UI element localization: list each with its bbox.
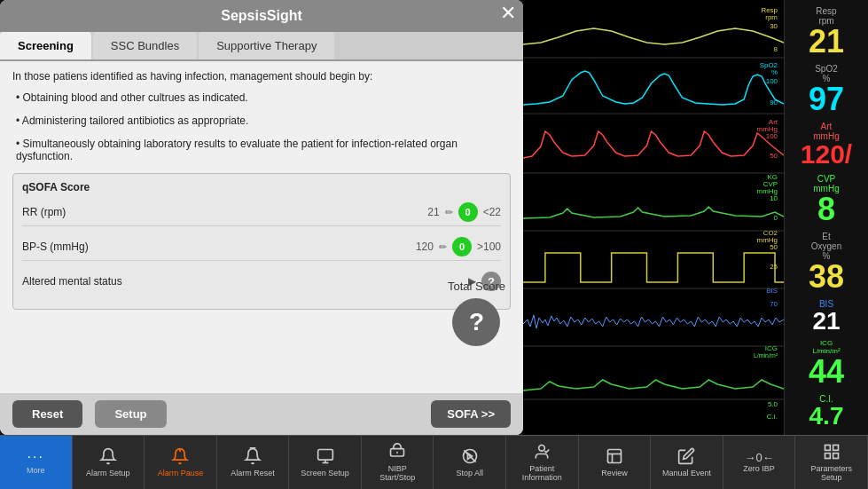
vitals-panel: Resprpm 21 SpO2% 97 ArtmmHg 120/ CVPmmHg… [785, 0, 868, 435]
sofa-button[interactable]: SOFA >> [431, 400, 511, 428]
toolbar-parameters-setup-button[interactable]: ParametersSetup [795, 436, 868, 489]
svg-text:ICG: ICG [765, 344, 778, 352]
zero-ibp-label: Zero IBP [743, 465, 775, 474]
dialog-item-2: • Administering tailored antibiotics as … [12, 114, 511, 127]
svg-text:50: 50 [770, 152, 778, 160]
toolbar-zero-ibp-button[interactable]: →0← Zero IBP [723, 436, 796, 489]
toolbar-manual-event-button[interactable]: Manual Event [651, 436, 723, 489]
toolbar-screen-setup-button[interactable]: Screen Setup [289, 436, 362, 489]
score-badge-bps: 0 [452, 237, 472, 256]
bottom-toolbar: ··· More Alarm Setup Alarm Pause [0, 435, 868, 489]
tab-screening[interactable]: Screening [0, 32, 91, 59]
more-icon: ··· [27, 449, 44, 465]
screen-setup-icon [317, 447, 334, 468]
svg-rect-56 [833, 453, 838, 458]
vital-spo2: SpO2% 97 [786, 64, 866, 115]
svg-text:10: 10 [770, 194, 778, 202]
review-label: Review [601, 469, 628, 478]
nibp-label: NIBPStart/Stop [379, 465, 415, 483]
reset-button[interactable]: Reset [12, 400, 82, 428]
vital-icg-value: 44 [786, 356, 866, 388]
patient-info-label: PatientInformation [522, 465, 562, 483]
setup-button[interactable]: Setup [95, 400, 166, 428]
alarm-setup-icon [99, 447, 117, 468]
alarm-reset-icon [244, 447, 262, 468]
vital-bis-value: 21 [786, 309, 866, 334]
vital-co2-value: 38 [786, 261, 866, 293]
zero-ibp-icon: →0← [744, 452, 773, 463]
svg-text:%: % [771, 68, 778, 76]
svg-rect-43 [317, 449, 332, 460]
toolbar-alarm-reset-button[interactable]: Alarm Reset [217, 436, 290, 489]
toolbar-more-button[interactable]: ··· More [0, 436, 73, 489]
svg-text:100: 100 [766, 77, 778, 85]
edit-icon-rr[interactable]: ✏ [445, 207, 453, 218]
svg-rect-51 [607, 449, 621, 462]
nibp-icon [388, 443, 406, 463]
threshold-bps: >100 [477, 241, 501, 253]
svg-text:BIS: BIS [766, 287, 778, 295]
alarm-reset-label: Alarm Reset [231, 469, 275, 478]
vital-resp: Resprpm 21 [786, 6, 866, 58]
toolbar-patient-info-button[interactable]: PatientInformation [506, 436, 579, 489]
svg-text:25: 25 [770, 263, 778, 271]
qsofa-value-bps: 120 [416, 241, 434, 253]
patient-info-icon [533, 443, 551, 463]
svg-text:0: 0 [774, 214, 778, 222]
dialog-tabs: Screening SSC Bundles Supportive Therapy [0, 32, 523, 61]
screen-setup-label: Screen Setup [301, 469, 349, 478]
vital-icg: ICGL/min/m² 44 [786, 340, 866, 388]
qsofa-row-bps: BP-S (mmHg) 120 ✏ 0 >100 [22, 233, 501, 261]
qsofa-value-rr: 21 [427, 206, 439, 218]
qsofa-row-rr: RR (rpm) 21 ✏ 0 <22 [22, 199, 501, 226]
svg-text:70: 70 [770, 300, 778, 308]
dialog-title: SepsisSight [221, 8, 302, 24]
score-badge-rr: 0 [458, 202, 478, 222]
vital-art-value: 120/ [786, 141, 866, 168]
svg-text:100: 100 [766, 132, 778, 140]
qsofa-title: qSOFA Score [22, 181, 501, 193]
waveform-area: Resp rpm 30 8 SpO2 % 100 90 Art mmHg 100… [523, 0, 785, 435]
vital-resp-value: 21 [786, 26, 866, 58]
vital-art: ArtmmHg 120/ [786, 122, 866, 168]
svg-text:8: 8 [774, 45, 778, 53]
stop-all-icon [461, 447, 479, 468]
dialog-close-button[interactable]: ✕ [500, 4, 516, 23]
dialog-item-3: • Simultaneously obtaining laboratory re… [12, 138, 511, 162]
toolbar-review-button[interactable]: Review [579, 436, 652, 489]
svg-text:50: 50 [770, 243, 778, 251]
toolbar-alarm-pause-button[interactable]: Alarm Pause [145, 436, 217, 489]
waveform-display: Resp rpm 30 8 SpO2 % 100 90 Art mmHg 100… [523, 0, 784, 435]
manual-event-icon [677, 447, 695, 468]
dialog-item-1: • Obtaining blood and other cultrues as … [12, 91, 511, 104]
parameters-setup-label: ParametersSetup [810, 465, 852, 483]
vital-spo2-value: 97 [786, 83, 866, 115]
svg-line-49 [464, 450, 475, 461]
total-score-icon: ? [452, 298, 500, 346]
tab-ssc-bundles[interactable]: SSC Bundles [93, 32, 197, 59]
dialog-titlebar: SepsisSight ✕ [0, 0, 523, 32]
toolbar-alarm-setup-button[interactable]: Alarm Setup [73, 436, 145, 489]
qsofa-label-rr: RR (rpm) [22, 206, 427, 218]
toolbar-nibp-button[interactable]: NIBPStart/Stop [362, 436, 434, 489]
alarm-setup-label: Alarm Setup [86, 469, 130, 478]
toolbar-stop-all-button[interactable]: Stop All [434, 436, 506, 489]
svg-rect-54 [825, 445, 830, 450]
edit-icon-bps[interactable]: ✏ [439, 241, 447, 253]
qsofa-section: qSOFA Score RR (rpm) 21 ✏ 0 <22 BP-S (mm… [12, 173, 511, 310]
parameters-setup-icon [823, 443, 841, 463]
vital-co2: EtOxygen% 38 [786, 232, 866, 293]
dialog-body: In those patiens identified as having in… [0, 61, 523, 393]
vital-ci: C.I. 4.7 [786, 394, 866, 429]
svg-text:5.0: 5.0 [768, 400, 778, 408]
dialog-intro: In those patiens identified as having in… [12, 70, 511, 83]
threshold-rr: <22 [483, 206, 501, 218]
qsofa-label-ams: Altered mental status [22, 275, 468, 288]
total-score-label: Total Score [448, 280, 505, 293]
alarm-pause-label: Alarm Pause [158, 469, 204, 478]
tab-supportive-therapy[interactable]: Supportive Therapy [199, 32, 334, 59]
dialog-footer: Reset Setup SOFA >> [0, 393, 523, 435]
more-label: More [27, 467, 45, 476]
svg-point-50 [539, 445, 545, 451]
qsofa-label-bps: BP-S (mmHg) [22, 241, 416, 253]
